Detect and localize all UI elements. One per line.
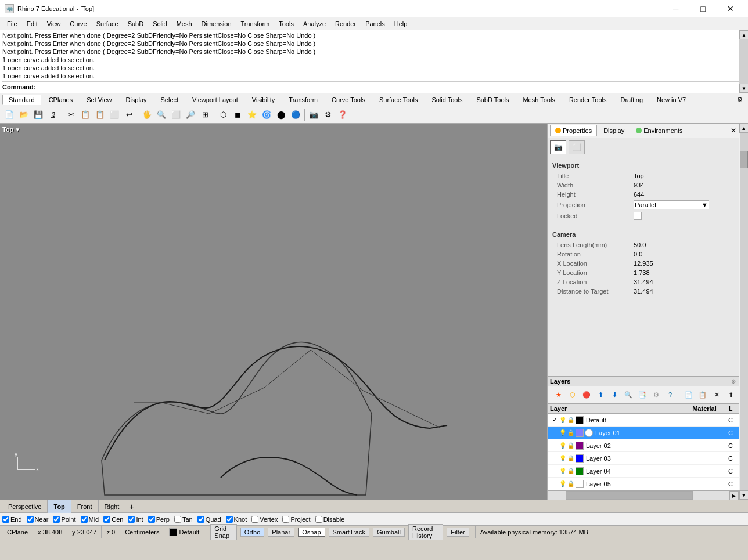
viewport-tab-perspective[interactable]: Perspective [2,500,48,513]
cmd-scroll-down[interactable]: ▼ [739,84,748,93]
layers-down-icon[interactable]: ⬇ [608,389,621,400]
layer-color-swatch-4[interactable] [576,467,584,475]
layers-gear-icon[interactable]: ⚙ [650,389,663,400]
menu-item-solid[interactable]: Solid [148,19,171,28]
menu-item-subd[interactable]: SubD [123,19,149,28]
menu-item-edit[interactable]: Edit [22,19,42,28]
osnap-item-cen[interactable]: Cen [103,516,123,523]
menu-item-panels[interactable]: Panels [361,19,390,28]
zoomall-button[interactable]: ⊞ [198,108,212,122]
locked-checkbox[interactable] [634,212,642,220]
toolbar-tab-drafting[interactable]: Drafting [614,95,650,104]
layers-new-icon[interactable]: 📄 [682,389,695,400]
viewport-canvas[interactable] [0,124,547,500]
record-history-button[interactable]: Record History [408,524,443,540]
open-button[interactable]: 📂 [17,108,31,122]
gumball-button[interactable]: Gumball [373,528,405,537]
layers-stack-icon[interactable]: 📑 [636,389,649,400]
layer-color-swatch-5[interactable] [576,480,584,488]
panel-scrollbar[interactable]: ▲ ▼ [739,124,748,500]
layer-bulb-icon-3[interactable]: 💡 [559,455,566,461]
print-button[interactable]: 🖨 [46,108,60,122]
paste-button[interactable]: 📋 [93,108,107,122]
maximize-button[interactable]: □ [690,0,716,17]
osnap-checkbox-vertex[interactable] [251,516,258,523]
toolbar-tab-subd-tools[interactable]: SubD Tools [470,95,515,104]
layer-row-layer-04[interactable]: 💡🔒Layer 04C [548,465,739,478]
layers-up2-icon[interactable]: ⬆ [724,389,737,400]
layer-row-layer-03[interactable]: 💡🔒Layer 03C [548,452,739,465]
ghosted-button[interactable]: 🌀 [260,108,274,122]
rendered-button[interactable]: ⭐ [245,108,259,122]
osnap-item-mid[interactable]: Mid [81,516,99,523]
layer-lock-icon-0[interactable]: 🔒 [567,417,574,423]
scroll-down-arrow[interactable]: ▼ [739,490,749,500]
menu-item-surface[interactable]: Surface [92,19,123,28]
options-button[interactable]: ⚙ [321,108,335,122]
layer-row-layer-02[interactable]: 💡🔒Layer 02C [548,439,739,452]
layer-lock-icon-2[interactable]: 🔒 [567,442,574,449]
menu-item-analyze[interactable]: Analyze [299,19,330,28]
osnap-checkbox-near[interactable] [27,516,34,523]
close-button[interactable]: ✕ [717,0,743,17]
toolbar-tab-visibility[interactable]: Visibility [246,95,282,104]
layers-settings-icon[interactable]: ⚙ [731,378,736,385]
osnap-item-point[interactable]: Point [53,516,75,523]
pan-button[interactable]: 🖐 [140,108,154,122]
toolbar-tab-standard[interactable]: Standard [2,95,41,105]
toolbar-tab-curve-tools[interactable]: Curve Tools [325,95,372,104]
layer-color-swatch-0[interactable] [576,416,584,424]
layer-row-layer-01[interactable]: 💡🔒Layer 01C [548,427,739,439]
layers-filter-icon[interactable]: 🔍 [622,389,635,400]
osnap-checkbox-cen[interactable] [103,516,110,523]
toolbar-tab-select[interactable]: Select [154,95,185,104]
command-input[interactable] [37,82,746,92]
layers-copy2-icon[interactable]: 📋 [696,389,709,400]
layer-row-layer-05[interactable]: 💡🔒Layer 05C [548,478,739,490]
osnap-item-near[interactable]: Near [27,516,49,523]
layer-check-0[interactable]: ✓ [550,416,559,424]
layer-bulb-icon-5[interactable]: 💡 [559,480,566,487]
osnap-checkbox-end[interactable] [2,516,9,523]
toolbar-settings-icon[interactable]: ⚙ [734,94,746,106]
layer-lock-icon-3[interactable]: 🔒 [567,455,574,461]
menu-item-file[interactable]: File [2,19,22,28]
undo-button[interactable]: ⬜ [107,108,121,122]
osnap-item-knot[interactable]: Knot [226,516,247,523]
artmode-button[interactable]: 🔵 [289,108,303,122]
osnap-item-quad[interactable]: Quad [197,516,221,523]
layer-color-swatch-2[interactable] [576,442,584,450]
panel-tab-display[interactable]: Display [598,125,630,136]
smarttrack-button[interactable]: SmartTrack [329,528,369,537]
layer-lock-icon-4[interactable]: 🔒 [567,468,574,474]
toolbar-tab-set-view[interactable]: Set View [80,95,118,104]
osnap-checkbox-knot[interactable] [226,516,233,523]
menu-item-help[interactable]: Help [390,19,412,28]
toolbar-tab-cplanes[interactable]: CPlanes [42,95,80,104]
scroll-up-arrow[interactable]: ▲ [739,124,749,133]
toolbar-tab-mesh-tools[interactable]: Mesh Tools [516,95,561,104]
viewport-tab-front[interactable]: Front [71,500,99,513]
layers-scrollbar[interactable]: ▶ [548,490,739,500]
gridsnap-button[interactable]: Grid Snap [210,524,237,540]
planar-button[interactable]: Planar [268,528,294,537]
cmd-scroll-up[interactable]: ▲ [739,30,748,39]
osnap-item-end[interactable]: End [2,516,22,523]
zoomwindow-button[interactable]: ⬜ [169,108,183,122]
osnap-checkbox-quad[interactable] [197,516,204,523]
toolbar-tab-transform[interactable]: Transform [282,95,324,104]
menu-item-view[interactable]: View [42,19,66,28]
viewport-dropdown[interactable]: ▼ [15,127,20,133]
layers-red-icon[interactable]: 🔴 [580,389,593,400]
panel-tab-environments[interactable]: Environments [631,125,688,136]
osnap-item-project[interactable]: Project [282,516,310,523]
viewport-tab-top[interactable]: Top [48,500,71,513]
layers-delete-icon[interactable]: ✕ [710,389,723,400]
osnap-item-int[interactable]: Int [128,516,143,523]
new-button[interactable]: 📄 [2,108,16,122]
layer-bulb-icon-4[interactable]: 💡 [559,468,566,474]
add-viewport-button[interactable]: + [125,502,137,511]
layer-bulb-icon-2[interactable]: 💡 [559,442,566,449]
osnap-item-disable[interactable]: Disable [315,516,345,523]
cut-button[interactable]: ✂ [64,108,78,122]
